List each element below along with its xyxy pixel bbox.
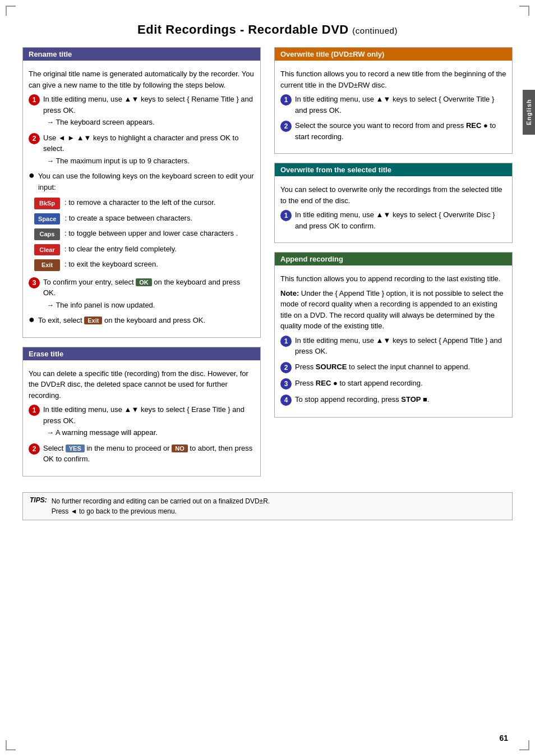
append-step-num-4: 4: [280, 395, 292, 406]
overwrite-step2: 2 Select the source you want to record f…: [280, 120, 506, 142]
append-step3: 3 Press REC ● to start append recording.: [280, 378, 506, 390]
erase-title-section: Erase title You can delete a specific ti…: [22, 347, 261, 476]
append-step1: 1 In title editing menu, use ▲▼ keys to …: [280, 335, 506, 357]
overwrite-selected-step1: 1 In title editing menu, use ▲▼ keys to …: [280, 209, 506, 231]
rename-step1: 1 In title editing menu, use ▲▼ keys to …: [29, 94, 255, 128]
step-num-2: 2: [29, 133, 40, 144]
erase-intro: You can delete a specific title (recordi…: [29, 368, 255, 401]
overwrite-title-section: Overwrite title (DVD±RW only) This funct…: [274, 47, 513, 154]
step-num-3: 3: [29, 277, 40, 288]
erase-title-header: Erase title: [23, 347, 260, 360]
erase-step2: 2 Select YES in the menu to proceed or N…: [29, 443, 255, 465]
rename-bullet1: ● You can use the following keys on the …: [29, 171, 255, 193]
overwrite-step-num-2: 2: [280, 121, 292, 132]
overwrite-title-header: Overwrite title (DVD±RW only): [275, 48, 512, 61]
rename-title-header: Rename title: [23, 48, 260, 61]
erase-step-num-2: 2: [29, 443, 40, 455]
step-num-1: 1: [29, 94, 40, 106]
exit-inline-badge: Exit: [84, 317, 102, 324]
append-intro: This function allows you to append recor…: [280, 273, 506, 285]
append-recording-header: Append recording: [275, 253, 512, 265]
exit-badge: Exit: [34, 259, 60, 271]
tips-content: No further recording and editing can be …: [52, 496, 270, 516]
rename-title-section: Rename title The original title name is …: [22, 47, 261, 338]
bksp-badge: BkSp: [34, 198, 60, 209]
no-badge: NO: [172, 445, 188, 452]
overwrite-selected-intro: You can select to overwrite only the rec…: [280, 184, 506, 206]
page-title: Edit Recordings - Recordable DVD (contin…: [22, 22, 513, 37]
space-desc: : to create a space between characters.: [64, 213, 192, 224]
append-recording-section: Append recording This function allows yo…: [274, 252, 513, 418]
caps-desc: : to toggle between upper and lower case…: [64, 228, 238, 239]
caps-badge: Caps: [34, 228, 60, 240]
key-table: BkSp : to remove a character to the left…: [34, 197, 238, 274]
tips-box: TIPS: No further recording and editing c…: [22, 492, 513, 520]
append-step-num-3: 3: [280, 378, 292, 390]
tips-label: TIPS:: [30, 496, 47, 504]
space-badge: Space: [34, 213, 60, 225]
rename-intro: The original title name is generated aut…: [29, 68, 255, 90]
key-row-space: Space : to create a space between charac…: [34, 213, 238, 225]
language-tab: English: [523, 90, 535, 135]
append-note: Note: Under the { Append Title } option,…: [280, 288, 506, 332]
key-row-caps: Caps : to toggle between upper and lower…: [34, 228, 238, 240]
key-row-bksp: BkSp : to remove a character to the left…: [34, 197, 238, 209]
rename-step3: 3 To confirm your entry, select OK on th…: [29, 277, 255, 311]
clear-desc: : to clear the entry field completely.: [64, 244, 177, 255]
overwrite-intro: This function allows you to record a new…: [280, 68, 506, 90]
key-row-exit: Exit : to exit the keyboard screen.: [34, 259, 238, 271]
append-step2: 2 Press SOURCE to select the input chann…: [280, 361, 506, 373]
yes-badge: YES: [66, 445, 85, 452]
append-step-num-1: 1: [280, 336, 292, 347]
page-number: 61: [499, 734, 508, 743]
erase-step1: 1 In title editing menu, use ▲▼ keys to …: [29, 404, 255, 438]
clear-badge: Clear: [34, 244, 60, 256]
rename-bullet2: ● To exit, select Exit on the keyboard a…: [29, 315, 255, 326]
bksp-desc: : to remove a character to the left of t…: [64, 197, 216, 208]
overwrite-selected-section: Overwrite from the selected title You ca…: [274, 163, 513, 243]
overwrite-selected-header: Overwrite from the selected title: [275, 163, 512, 176]
exit-desc: : to exit the keyboard screen.: [64, 259, 158, 270]
overwrite-step-num-1: 1: [280, 94, 292, 106]
append-step-num-2: 2: [280, 362, 292, 373]
rename-step2: 2 Use ◄ ► ▲▼ keys to highlight a charact…: [29, 132, 255, 167]
overwrite-step1: 1 In title editing menu, use ▲▼ keys to …: [280, 94, 506, 116]
overwrite-selected-step-num-1: 1: [280, 210, 292, 221]
ok-badge: OK: [136, 278, 152, 286]
append-step4: 4 To stop append recording, press STOP ■…: [280, 394, 506, 406]
erase-step-num-1: 1: [29, 405, 40, 416]
key-row-clear: Clear : to clear the entry field complet…: [34, 244, 238, 256]
